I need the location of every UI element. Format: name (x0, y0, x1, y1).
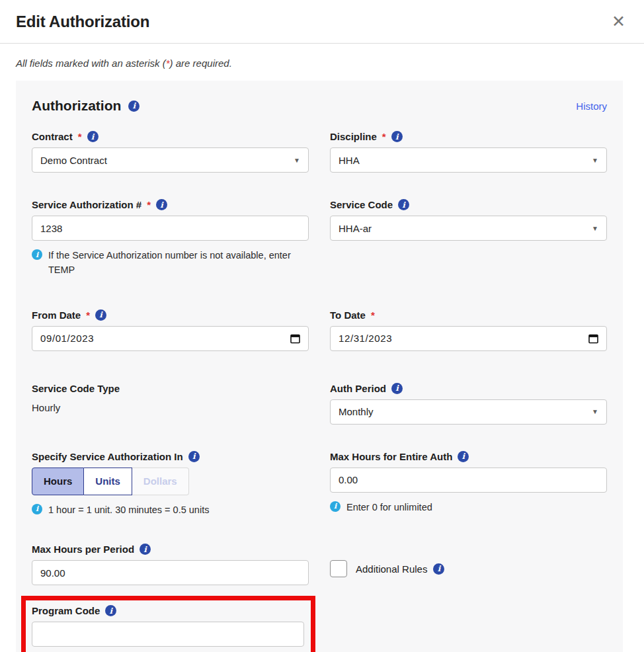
additional-rules-field: Additional Rules (330, 544, 607, 577)
info-icon (32, 504, 42, 514)
calendar-icon[interactable] (290, 333, 300, 344)
required-fields-note: All fields marked with an asterisk (*) a… (16, 58, 628, 69)
specify-authorization-in-field: Specify Service Authorization In Hours U… (32, 451, 309, 517)
calendar-icon[interactable] (588, 333, 598, 344)
section-header: Authorization History (32, 98, 607, 114)
service-authorization-number-label: Service Authorization # (32, 199, 141, 210)
info-icon (330, 501, 341, 512)
service-code-select[interactable]: HHA-ar (330, 216, 607, 241)
max-hours-entire-auth-input[interactable]: 0.00 (330, 468, 607, 493)
max-hours-entire-auth-info-icon[interactable] (458, 451, 469, 462)
form-grid: Contract * Demo Contract Discipline * HH… (32, 131, 607, 652)
service-authorization-number-label-row: Service Authorization # * (32, 199, 309, 210)
info-icon (32, 249, 42, 260)
discipline-label-row: Discipline * (330, 131, 607, 142)
max-hours-entire-auth-label: Max Hours for Entire Auth (330, 451, 452, 462)
note-suffix: ) are required. (170, 58, 232, 69)
service-code-type-field: Service Code Type Hourly (32, 383, 309, 413)
discipline-label: Discipline (330, 131, 377, 142)
history-link[interactable]: History (576, 101, 607, 112)
to-date-label-row: To Date * (330, 309, 607, 321)
service-code-label-row: Service Code (330, 199, 607, 210)
section-title-text: Authorization (32, 98, 121, 114)
service-authorization-number-value: 1238 (40, 223, 62, 234)
service-authorization-number-info-icon[interactable] (156, 199, 167, 210)
specify-authorization-in-helper-text: 1 hour = 1 unit. 30 minutes = 0.5 units (48, 503, 209, 517)
from-date-label: From Date (32, 309, 81, 321)
service-authorization-number-field: Service Authorization # * 1238 If the Se… (32, 199, 309, 278)
service-code-field: Service Code HHA-ar (330, 199, 607, 241)
specify-authorization-in-toggle-group: Hours Units Dollars (32, 468, 189, 495)
discipline-select-value: HHA (339, 155, 360, 166)
program-code-label: Program Code (32, 605, 100, 616)
max-hours-per-period-info-icon[interactable] (140, 544, 151, 555)
contract-select[interactable]: Demo Contract (32, 147, 309, 173)
service-authorization-number-input[interactable]: 1238 (32, 216, 309, 241)
program-code-info-icon[interactable] (105, 605, 116, 616)
contract-info-icon[interactable] (87, 131, 99, 142)
specify-authorization-in-label: Specify Service Authorization In (32, 451, 183, 462)
specify-authorization-in-info-icon[interactable] (188, 451, 200, 462)
service-code-select-value: HHA-ar (339, 223, 372, 234)
max-hours-per-period-value: 90.00 (40, 567, 65, 579)
from-date-label-row: From Date * (32, 309, 309, 321)
discipline-info-icon[interactable] (391, 131, 403, 142)
service-code-type-label-row: Service Code Type (32, 383, 309, 394)
auth-period-info-icon[interactable] (391, 383, 403, 394)
discipline-required-asterisk: * (382, 131, 386, 142)
from-date-required-asterisk: * (86, 309, 90, 321)
service-code-info-icon[interactable] (398, 199, 409, 210)
service-authorization-number-helper-text: If the Service Authorization number is n… (48, 248, 300, 278)
auth-period-select[interactable]: Monthly (330, 399, 607, 425)
contract-label-row: Contract * (32, 131, 309, 142)
to-date-value: 12/31/2023 (339, 333, 392, 344)
modal-title: Edit Authorization (16, 13, 149, 31)
auth-period-label: Auth Period (330, 383, 386, 394)
auth-period-select-value: Monthly (339, 406, 374, 417)
to-date-required-asterisk: * (371, 309, 375, 321)
chevron-down-icon (592, 157, 598, 164)
chevron-down-icon (294, 157, 300, 164)
from-date-info-icon[interactable] (95, 309, 106, 321)
to-date-input[interactable]: 12/31/2023 (330, 326, 607, 351)
contract-select-value: Demo Contract (40, 155, 107, 166)
to-date-label: To Date (330, 309, 366, 321)
service-code-type-value: Hourly (32, 402, 309, 413)
contract-required-asterisk: * (78, 131, 82, 142)
specify-authorization-in-helper: 1 hour = 1 unit. 30 minutes = 0.5 units (32, 503, 300, 517)
service-code-type-label: Service Code Type (32, 383, 120, 394)
service-authorization-number-required-asterisk: * (147, 199, 151, 210)
max-hours-entire-auth-value: 0.00 (339, 474, 358, 485)
additional-rules-label-text: Additional Rules (356, 563, 427, 575)
toggle-hours[interactable]: Hours (32, 468, 84, 495)
authorization-panel: Authorization History Contract * Demo Co… (16, 81, 623, 652)
toggle-units[interactable]: Units (84, 468, 132, 495)
from-date-value: 09/01/2023 (40, 333, 94, 344)
authorization-info-icon[interactable] (128, 101, 140, 112)
note-prefix: All fields marked with an asterisk ( (16, 58, 166, 69)
program-code-input[interactable] (32, 622, 304, 647)
max-hours-entire-auth-label-row: Max Hours for Entire Auth (330, 451, 607, 462)
to-date-field: To Date * 12/31/2023 (330, 309, 607, 351)
discipline-select[interactable]: HHA (330, 147, 607, 173)
contract-label: Contract (32, 131, 73, 142)
close-icon[interactable]: ✕ (610, 12, 627, 31)
section-title: Authorization (32, 98, 140, 114)
discipline-field: Discipline * HHA (330, 131, 607, 173)
service-code-label: Service Code (330, 199, 393, 210)
modal-header: Edit Authorization ✕ (0, 0, 644, 44)
contract-field: Contract * Demo Contract (32, 131, 309, 173)
from-date-field: From Date * 09/01/2023 (32, 309, 309, 351)
additional-rules-checkbox[interactable] (330, 560, 347, 577)
from-date-input[interactable]: 09/01/2023 (32, 326, 309, 351)
chevron-down-icon (592, 225, 598, 232)
max-hours-entire-auth-field: Max Hours for Entire Auth 0.00 Enter 0 f… (330, 451, 607, 514)
red-highlight-box: Program Code (21, 596, 315, 652)
max-hours-entire-auth-helper: Enter 0 for unlimited (330, 500, 598, 514)
additional-rules-info-icon[interactable] (433, 563, 444, 575)
max-hours-per-period-label-row: Max Hours per Period (32, 544, 309, 555)
program-code-field: Program Code (32, 605, 304, 647)
max-hours-per-period-input[interactable]: 90.00 (32, 560, 309, 585)
specify-authorization-in-label-row: Specify Service Authorization In (32, 451, 309, 462)
service-authorization-number-helper: If the Service Authorization number is n… (32, 248, 300, 278)
